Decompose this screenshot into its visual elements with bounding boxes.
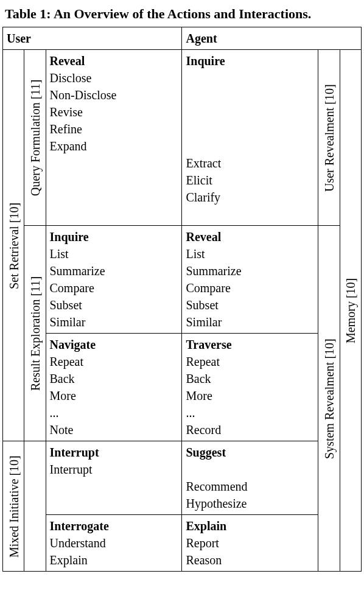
list-item <box>186 461 314 478</box>
cell-items: ListSummarizeCompareSubsetSimilar <box>50 245 178 331</box>
list-item: List <box>186 245 314 262</box>
list-item: Expand <box>50 138 178 155</box>
list-item: Reason <box>186 552 314 569</box>
actions-table: User Agent Set Retrieval [10] Query Form… <box>2 27 362 572</box>
list-item <box>50 189 178 206</box>
cell-items: RecommendHypothesize <box>186 461 314 512</box>
list-item: Refine <box>50 121 178 138</box>
list-item <box>50 206 178 223</box>
cell-head: Inquire <box>186 52 314 69</box>
list-item <box>50 478 178 495</box>
list-item: Explain <box>50 552 178 569</box>
row-inquire-reveal: Result Exploration [11] Inquire ListSumm… <box>3 226 362 334</box>
list-item: Disclose <box>50 69 178 86</box>
list-item: Subset <box>186 296 314 314</box>
list-item: Recommend <box>186 478 314 495</box>
cell-items: Interrupt <box>50 461 178 512</box>
list-item: Understand <box>50 534 178 552</box>
cell-items: ReportReason <box>186 534 314 569</box>
list-item: ... <box>186 404 314 421</box>
label-memory: Memory [10] <box>340 50 361 572</box>
list-item <box>186 206 314 223</box>
label-query-formulation: Query Formulation [11] <box>24 50 46 226</box>
empty-cell <box>24 441 46 572</box>
cell-head: Interrupt <box>50 444 178 461</box>
cell-user-reveal: Reveal DiscloseNon-DiscloseReviseRefineE… <box>46 50 182 226</box>
list-item: List <box>50 245 178 262</box>
cell-head: Reveal <box>186 228 314 245</box>
list-item: Summarize <box>50 262 178 279</box>
cell-items: UnderstandExplain <box>50 534 178 569</box>
cell-head: Reveal <box>50 52 178 69</box>
table-header-row: User Agent <box>3 27 362 50</box>
list-item: Hypothesize <box>186 495 314 512</box>
label-user-revealment: User Revealment [10] <box>318 50 340 226</box>
label-set-retrieval: Set Retrieval [10] <box>3 50 24 441</box>
list-item: Extract <box>186 155 314 172</box>
label-result-exploration: Result Exploration [11] <box>24 226 46 441</box>
cell-head: Inquire <box>50 228 178 245</box>
header-user: User <box>3 27 182 50</box>
list-item <box>50 155 178 172</box>
cell-user-inquire: Inquire ListSummarizeCompareSubsetSimila… <box>46 226 182 334</box>
list-item: Compare <box>50 279 178 296</box>
list-item: More <box>50 387 178 404</box>
list-item: Clarify <box>186 189 314 206</box>
list-item <box>186 121 314 138</box>
cell-items: ExtractElicitClarify <box>186 69 314 223</box>
list-item: Record <box>186 421 314 438</box>
list-item: Compare <box>186 279 314 296</box>
list-item: Report <box>186 534 314 552</box>
list-item: Elicit <box>186 172 314 189</box>
list-item: Revise <box>50 103 178 121</box>
list-item <box>186 103 314 121</box>
list-item: ... <box>50 404 178 421</box>
row-navigate-traverse: Navigate RepeatBackMore...Note Traverse … <box>3 334 362 441</box>
list-item: Summarize <box>186 262 314 279</box>
cell-user-navigate: Navigate RepeatBackMore...Note <box>46 334 182 441</box>
cell-items: RepeatBackMore...Note <box>50 353 178 438</box>
cell-agent-inquire: Inquire ExtractElicitClarify <box>182 50 318 226</box>
cell-items: RepeatBackMore...Record <box>186 353 314 438</box>
cell-agent-explain: Explain ReportReason <box>182 515 318 572</box>
list-item: More <box>186 387 314 404</box>
cell-agent-traverse: Traverse RepeatBackMore...Record <box>182 334 318 441</box>
list-item <box>50 172 178 189</box>
list-item: Repeat <box>50 353 178 370</box>
cell-agent-suggest: Suggest RecommendHypothesize <box>182 441 318 515</box>
list-item: Back <box>50 370 178 387</box>
cell-items: DiscloseNon-DiscloseReviseRefineExpand <box>50 69 178 223</box>
list-item: Back <box>186 370 314 387</box>
list-item: Non-Disclose <box>50 86 178 103</box>
list-item: Note <box>50 421 178 438</box>
list-item <box>186 69 314 86</box>
cell-user-interrogate: Interrogate UnderstandExplain <box>46 515 182 572</box>
cell-agent-reveal: Reveal ListSummarizeCompareSubsetSimilar <box>182 226 318 334</box>
cell-head: Interrogate <box>50 517 178 534</box>
label-mixed-initiative: Mixed Initiative [10] <box>3 441 24 572</box>
row-interrogate-explain: Interrogate UnderstandExplain Explain Re… <box>3 515 362 572</box>
cell-head: Navigate <box>50 336 178 353</box>
header-agent: Agent <box>182 27 362 50</box>
list-item <box>50 495 178 512</box>
list-item: Interrupt <box>50 461 178 478</box>
table-caption: Table 1: An Overview of the Actions and … <box>2 6 362 22</box>
list-item <box>186 86 314 103</box>
list-item: Subset <box>50 296 178 314</box>
cell-head: Explain <box>186 517 314 534</box>
cell-user-interrupt: Interrupt Interrupt <box>46 441 182 515</box>
cell-head: Suggest <box>186 444 314 461</box>
list-item: Similar <box>50 314 178 331</box>
cell-head: Traverse <box>186 336 314 353</box>
list-item: Repeat <box>186 353 314 370</box>
list-item <box>186 138 314 155</box>
label-system-revealment: System Revealment [10] <box>318 226 340 572</box>
row-reveal-inquire: Set Retrieval [10] Query Formulation [11… <box>3 50 362 226</box>
row-interrupt-suggest: Mixed Initiative [10] Interrupt Interrup… <box>3 441 362 515</box>
list-item: Similar <box>186 314 314 331</box>
cell-items: ListSummarizeCompareSubsetSimilar <box>186 245 314 331</box>
